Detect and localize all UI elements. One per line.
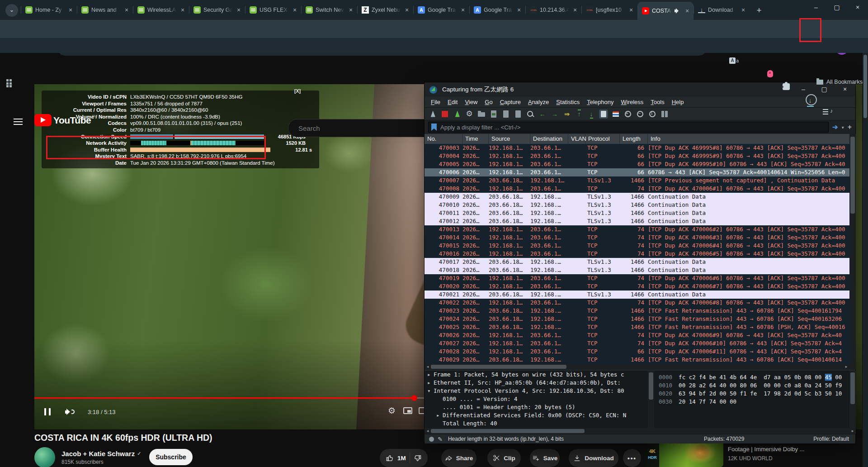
apply-filter-icon[interactable]: ➔: [832, 123, 838, 131]
detail-row[interactable]: 0100 .... = Version: 4: [425, 395, 648, 403]
related-video-title[interactable]: Footage | Immersive Dolby ...: [728, 446, 854, 453]
packet-row[interactable]: 470004 2026… 192.168.1… 203.66.1… TCP 66…: [425, 152, 849, 160]
detail-row[interactable]: Total Length: 40: [425, 419, 648, 428]
translate-icon[interactable]: [727, 55, 740, 68]
hex-row[interactable]: 001000 28 a2 64 40 00 80 06 00 00 c0 a8 …: [654, 381, 849, 390]
scrollbar-thumb[interactable]: [850, 137, 855, 214]
extension-pink-icon[interactable]: [764, 68, 777, 81]
download-button[interactable]: Download: [569, 449, 618, 467]
packet-row[interactable]: 470008 2026… 192.168.1… 203.66.1… TCP 74…: [425, 185, 849, 193]
display-filter-input[interactable]: Apply a display filter ... <Ctrl-/>: [428, 122, 829, 133]
packet-row[interactable]: 470005 2026… 192.168.1… 203.66.1… TCP 66…: [425, 160, 849, 168]
packet-row[interactable]: 470018 2026… 203.66.18… 192.168.… TLSv1.…: [425, 266, 849, 274]
save-file-icon[interactable]: [489, 110, 498, 119]
tab-wirelesslan[interactable]: WirelessLA ×: [133, 0, 189, 20]
tab-audio-icon[interactable]: [675, 8, 681, 14]
all-bookmarks-button[interactable]: All Bookmarks: [816, 79, 863, 85]
tab-close-icon[interactable]: ×: [571, 6, 579, 14]
reload-file-icon[interactable]: [514, 110, 523, 119]
packet-row[interactable]: 470020 2026… 192.168.1… 203.66.1… TCP 74…: [425, 282, 849, 291]
restart-capture-icon[interactable]: [453, 110, 462, 119]
tab-close-icon[interactable]: ×: [179, 6, 186, 14]
capture-comment-icon[interactable]: ✎: [438, 436, 443, 443]
tab-news[interactable]: News and ×: [77, 0, 133, 20]
related-video-thumbnail[interactable]: 4K HDR: [646, 441, 723, 467]
filter-bookmark-icon[interactable]: [431, 124, 437, 131]
tab-zyxel-ip[interactable]: 10.214.36.4 ×: [525, 0, 581, 20]
scrollbar-thumb[interactable]: [431, 429, 585, 433]
expand-icon[interactable]: ▾: [427, 387, 434, 395]
media-controls-icon[interactable]: [821, 106, 834, 119]
packet-row[interactable]: 470026 2026… 192.168.1… 203.66.1… TCP 74…: [425, 331, 849, 339]
wireless[interactable]: Wireless: [618, 99, 647, 105]
packet-row[interactable]: 470021 2026… 203.66.18… 192.168.… TLSv1.…: [425, 291, 849, 299]
tab-google-translate-1[interactable]: Google Tra ×: [413, 0, 469, 20]
detail-row[interactable]: ▸Frame 1: Packet, 54 bytes on wire (432 …: [425, 371, 648, 379]
col-source[interactable]: Source: [489, 134, 530, 144]
hex-row[interactable]: 003020 14 7f 74 00 00: [654, 398, 849, 406]
go[interactable]: Go: [481, 99, 496, 105]
packet-row[interactable]: 470014 2026… 192.168.1… 203.66.1… TCP 74…: [425, 234, 849, 242]
colorize-icon[interactable]: [611, 110, 620, 119]
scroll-right-arrow[interactable]: ▸: [849, 428, 856, 434]
menu-icon[interactable]: [14, 119, 23, 125]
packet-list-header[interactable]: No. Time Source Destination VLAN Protoco…: [425, 134, 849, 144]
detail-row[interactable]: ▸Ethernet II, Src: HP_aa:05:0b (64:4e:d7…: [425, 379, 648, 387]
analyze[interactable]: Analyze: [524, 99, 552, 105]
packet-row[interactable]: 470017 2026… 203.66.18… 192.168.… TLSv1.…: [425, 258, 849, 266]
col-vlan[interactable]: VLAN: [568, 134, 585, 144]
detail-row[interactable]: ▾Internet Protocol Version 4, Src: 192.1…: [425, 387, 648, 395]
pause-button[interactable]: [44, 404, 80, 420]
expand-icon[interactable]: ▸: [427, 371, 434, 379]
stop-capture-icon[interactable]: [440, 110, 449, 119]
view[interactable]: View: [461, 99, 481, 105]
col-protocol[interactable]: Protocol: [585, 134, 620, 144]
col-length[interactable]: Length: [620, 134, 648, 144]
go-first-icon[interactable]: [575, 110, 584, 119]
col-no[interactable]: No.: [425, 134, 462, 144]
subscribe-button[interactable]: Subscribe: [149, 449, 193, 465]
tab-switch-news[interactable]: Switch Nev ×: [301, 0, 357, 20]
window-minimize-button[interactable]: –: [806, 0, 826, 15]
add-filter-button[interactable]: +: [848, 123, 852, 131]
tab-downloads[interactable]: Download ×: [693, 0, 750, 20]
packet-row[interactable]: 470003 2026… 192.168.1… 203.66.1… TCP 66…: [425, 144, 849, 152]
window-maximize-button[interactable]: ▢: [826, 0, 847, 15]
expand-icon[interactable]: ▸: [427, 379, 434, 387]
edit[interactable]: Edit: [444, 99, 461, 105]
youtube-logo[interactable]: YouTube TM: [34, 114, 97, 126]
expert-info-icon[interactable]: [429, 437, 434, 442]
apps-grid-icon[interactable]: [6, 79, 14, 87]
packet-row[interactable]: 470022 2026… 192.168.1… 203.66.1… TCP 74…: [425, 299, 849, 307]
extensions-icon[interactable]: [780, 81, 793, 93]
hex-row[interactable]: 0000fc c2 f4 be 41 4b 64 4e d7 aa 05 0b …: [654, 373, 849, 381]
auto-scroll-icon[interactable]: [599, 110, 608, 119]
wireshark-window[interactable]: Capturing from 乙太網路 6 – ▢ × File Edit Vi…: [424, 82, 856, 443]
lower-hscrollbar[interactable]: ◂ ▸: [425, 428, 856, 434]
zoom-in-icon[interactable]: [623, 110, 632, 119]
like-dislike-bar[interactable]: 1M: [380, 449, 428, 467]
packet-row[interactable]: 470019 2026… 192.168.1… 203.66.1… TCP 74…: [425, 274, 849, 282]
packet-list-hscrollbar[interactable]: ◂ ▸: [425, 364, 856, 370]
go-forward-icon[interactable]: [550, 110, 559, 119]
tab-usgflex-config[interactable]: [usgflex10 ×: [581, 0, 637, 20]
packet-row[interactable]: 470023 2026… 203.66.18… 192.168.… TCP 14…: [425, 307, 849, 315]
tab-home-zyxel[interactable]: Home - Zy ×: [21, 0, 77, 20]
telephony[interactable]: Telephony: [583, 99, 617, 105]
related-video-item[interactable]: 4K HDR Footage | Immersive Dolby ... 12K…: [646, 441, 854, 467]
packet-row[interactable]: 470025 2026… 203.66.18… 192.168.… TCP 14…: [425, 323, 849, 331]
detail-row[interactable]: .... 0101 = Header Length: 20 bytes (5): [425, 403, 648, 411]
packet-row[interactable]: 470024 2026… 203.66.18… 192.168.… TCP 14…: [425, 315, 849, 323]
tab-close-icon[interactable]: ×: [627, 6, 635, 14]
page-scrollbar[interactable]: [863, 53, 868, 467]
zoom-out-icon[interactable]: [636, 110, 645, 119]
packet-row[interactable]: 470027 2026… 192.168.1… 203.66.1… TCP 74…: [425, 339, 849, 348]
hex-row[interactable]: 002063 94 bf 2d 00 50 f1 fe 17 98 2d 0d …: [654, 390, 849, 398]
go-to-packet-icon[interactable]: [562, 110, 571, 119]
go-last-icon[interactable]: [587, 110, 596, 119]
channel-name[interactable]: Jacob + Katie Schwarz: [61, 450, 135, 457]
scroll-right-arrow[interactable]: ▸: [843, 364, 849, 370]
tab-close-icon[interactable]: ×: [347, 6, 354, 14]
tab-close-icon[interactable]: ×: [403, 6, 410, 14]
capture-settings-icon[interactable]: [465, 110, 474, 119]
